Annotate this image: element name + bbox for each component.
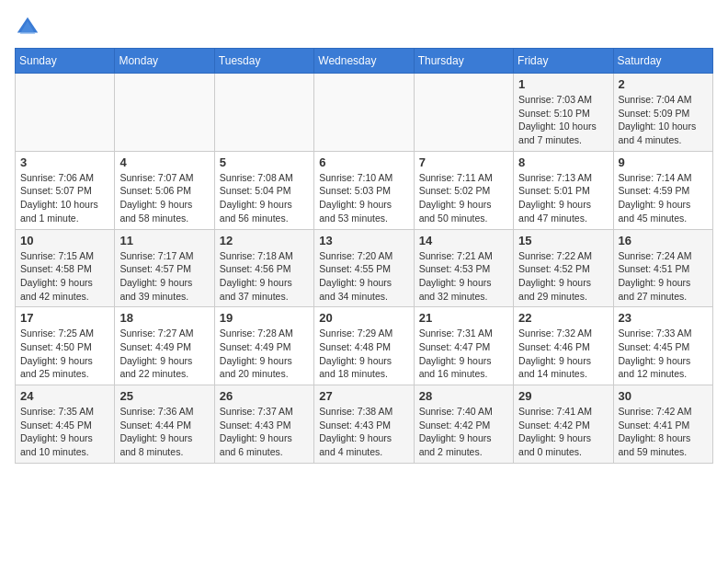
day-number: 8	[518, 155, 608, 169]
day-number: 10	[20, 234, 109, 247]
day-info: Sunrise: 7:35 AM Sunset: 4:45 PM Dayligh…	[20, 405, 109, 459]
day-number: 13	[319, 234, 408, 247]
day-cell: 15Sunrise: 7:22 AM Sunset: 4:52 PM Dayli…	[514, 229, 613, 307]
day-cell: 1Sunrise: 7:03 AM Sunset: 5:10 PM Daylig…	[514, 74, 613, 152]
day-cell: 29Sunrise: 7:41 AM Sunset: 4:42 PM Dayli…	[514, 385, 613, 464]
day-cell: 12Sunrise: 7:18 AM Sunset: 4:56 PM Dayli…	[214, 229, 313, 307]
day-info: Sunrise: 7:15 AM Sunset: 4:58 PM Dayligh…	[20, 249, 109, 304]
page-header	[15, 15, 713, 40]
logo-icon	[15, 15, 40, 40]
day-number: 23	[619, 311, 708, 325]
day-cell	[214, 74, 313, 152]
day-cell: 28Sunrise: 7:40 AM Sunset: 4:42 PM Dayli…	[414, 385, 513, 464]
day-number: 20	[319, 311, 408, 325]
day-number: 12	[220, 234, 309, 247]
week-row-1: 1Sunrise: 7:03 AM Sunset: 5:10 PM Daylig…	[16, 74, 713, 152]
day-info: Sunrise: 7:06 AM Sunset: 5:07 PM Dayligh…	[20, 171, 109, 225]
header-friday: Friday	[514, 49, 613, 74]
day-info: Sunrise: 7:04 AM Sunset: 5:09 PM Dayligh…	[619, 93, 708, 147]
day-info: Sunrise: 7:41 AM Sunset: 4:42 PM Dayligh…	[518, 405, 608, 459]
day-number: 6	[319, 155, 408, 169]
day-number: 27	[319, 389, 408, 403]
day-info: Sunrise: 7:20 AM Sunset: 4:55 PM Dayligh…	[319, 249, 408, 304]
day-cell: 27Sunrise: 7:38 AM Sunset: 4:43 PM Dayli…	[314, 385, 414, 464]
day-number: 9	[619, 155, 708, 169]
day-info: Sunrise: 7:27 AM Sunset: 4:49 PM Dayligh…	[119, 327, 209, 381]
day-info: Sunrise: 7:33 AM Sunset: 4:45 PM Dayligh…	[619, 327, 708, 381]
day-cell: 18Sunrise: 7:27 AM Sunset: 4:49 PM Dayli…	[115, 307, 214, 385]
day-cell: 30Sunrise: 7:42 AM Sunset: 4:41 PM Dayli…	[613, 385, 712, 464]
day-number: 15	[518, 234, 608, 247]
day-cell	[16, 74, 115, 152]
day-info: Sunrise: 7:24 AM Sunset: 4:51 PM Dayligh…	[619, 249, 708, 304]
day-info: Sunrise: 7:18 AM Sunset: 4:56 PM Dayligh…	[220, 249, 309, 304]
day-number: 16	[619, 234, 708, 247]
day-info: Sunrise: 7:29 AM Sunset: 4:48 PM Dayligh…	[319, 327, 408, 381]
day-number: 1	[518, 77, 608, 91]
day-number: 28	[419, 389, 508, 403]
day-cell: 6Sunrise: 7:10 AM Sunset: 5:03 PM Daylig…	[314, 151, 414, 229]
day-cell	[414, 74, 513, 152]
day-cell: 22Sunrise: 7:32 AM Sunset: 4:46 PM Dayli…	[514, 307, 613, 385]
day-number: 18	[119, 311, 209, 325]
header-monday: Monday	[115, 49, 214, 74]
day-cell: 19Sunrise: 7:28 AM Sunset: 4:49 PM Dayli…	[214, 307, 313, 385]
header-sunday: Sunday	[16, 49, 115, 74]
day-number: 3	[20, 155, 109, 169]
day-info: Sunrise: 7:07 AM Sunset: 5:06 PM Dayligh…	[119, 171, 209, 225]
day-info: Sunrise: 7:14 AM Sunset: 4:59 PM Dayligh…	[619, 171, 708, 225]
day-cell: 3Sunrise: 7:06 AM Sunset: 5:07 PM Daylig…	[16, 151, 115, 229]
day-cell: 16Sunrise: 7:24 AM Sunset: 4:51 PM Dayli…	[613, 229, 712, 307]
day-info: Sunrise: 7:31 AM Sunset: 4:47 PM Dayligh…	[419, 327, 508, 381]
calendar-header-row: SundayMondayTuesdayWednesdayThursdayFrid…	[16, 49, 713, 74]
day-number: 29	[518, 389, 608, 403]
day-info: Sunrise: 7:17 AM Sunset: 4:57 PM Dayligh…	[119, 249, 209, 304]
day-info: Sunrise: 7:08 AM Sunset: 5:04 PM Dayligh…	[220, 171, 309, 225]
day-cell	[115, 74, 214, 152]
day-info: Sunrise: 7:37 AM Sunset: 4:43 PM Dayligh…	[220, 405, 309, 459]
header-thursday: Thursday	[414, 49, 513, 74]
day-number: 14	[419, 234, 508, 247]
header-wednesday: Wednesday	[314, 49, 414, 74]
day-cell: 21Sunrise: 7:31 AM Sunset: 4:47 PM Dayli…	[414, 307, 513, 385]
day-cell: 7Sunrise: 7:11 AM Sunset: 5:02 PM Daylig…	[414, 151, 513, 229]
day-info: Sunrise: 7:32 AM Sunset: 4:46 PM Dayligh…	[518, 327, 608, 381]
day-cell: 10Sunrise: 7:15 AM Sunset: 4:58 PM Dayli…	[16, 229, 115, 307]
day-info: Sunrise: 7:42 AM Sunset: 4:41 PM Dayligh…	[619, 405, 708, 459]
calendar: SundayMondayTuesdayWednesdayThursdayFrid…	[15, 48, 713, 464]
day-cell: 14Sunrise: 7:21 AM Sunset: 4:53 PM Dayli…	[414, 229, 513, 307]
day-number: 4	[119, 155, 209, 169]
week-row-2: 3Sunrise: 7:06 AM Sunset: 5:07 PM Daylig…	[16, 151, 713, 229]
day-number: 24	[20, 389, 109, 403]
day-number: 22	[518, 311, 608, 325]
day-number: 26	[220, 389, 309, 403]
day-info: Sunrise: 7:28 AM Sunset: 4:49 PM Dayligh…	[220, 327, 309, 381]
day-info: Sunrise: 7:38 AM Sunset: 4:43 PM Dayligh…	[319, 405, 408, 459]
logo	[15, 15, 44, 40]
day-cell: 23Sunrise: 7:33 AM Sunset: 4:45 PM Dayli…	[613, 307, 712, 385]
day-cell: 4Sunrise: 7:07 AM Sunset: 5:06 PM Daylig…	[115, 151, 214, 229]
day-number: 2	[619, 77, 708, 91]
day-info: Sunrise: 7:40 AM Sunset: 4:42 PM Dayligh…	[419, 405, 508, 459]
day-cell: 17Sunrise: 7:25 AM Sunset: 4:50 PM Dayli…	[16, 307, 115, 385]
day-number: 17	[20, 311, 109, 325]
day-info: Sunrise: 7:25 AM Sunset: 4:50 PM Dayligh…	[20, 327, 109, 381]
day-number: 7	[419, 155, 508, 169]
day-info: Sunrise: 7:11 AM Sunset: 5:02 PM Dayligh…	[419, 171, 508, 225]
day-info: Sunrise: 7:13 AM Sunset: 5:01 PM Dayligh…	[518, 171, 608, 225]
day-cell: 13Sunrise: 7:20 AM Sunset: 4:55 PM Dayli…	[314, 229, 414, 307]
day-cell: 5Sunrise: 7:08 AM Sunset: 5:04 PM Daylig…	[214, 151, 313, 229]
day-number: 5	[220, 155, 309, 169]
day-cell: 20Sunrise: 7:29 AM Sunset: 4:48 PM Dayli…	[314, 307, 414, 385]
day-info: Sunrise: 7:21 AM Sunset: 4:53 PM Dayligh…	[419, 249, 508, 304]
day-cell: 24Sunrise: 7:35 AM Sunset: 4:45 PM Dayli…	[16, 385, 115, 464]
day-cell: 25Sunrise: 7:36 AM Sunset: 4:44 PM Dayli…	[115, 385, 214, 464]
day-cell: 8Sunrise: 7:13 AM Sunset: 5:01 PM Daylig…	[514, 151, 613, 229]
week-row-3: 10Sunrise: 7:15 AM Sunset: 4:58 PM Dayli…	[16, 229, 713, 307]
day-number: 21	[419, 311, 508, 325]
day-number: 30	[619, 389, 708, 403]
header-saturday: Saturday	[613, 49, 712, 74]
day-info: Sunrise: 7:03 AM Sunset: 5:10 PM Dayligh…	[518, 93, 608, 147]
day-cell: 2Sunrise: 7:04 AM Sunset: 5:09 PM Daylig…	[613, 74, 712, 152]
header-tuesday: Tuesday	[214, 49, 313, 74]
